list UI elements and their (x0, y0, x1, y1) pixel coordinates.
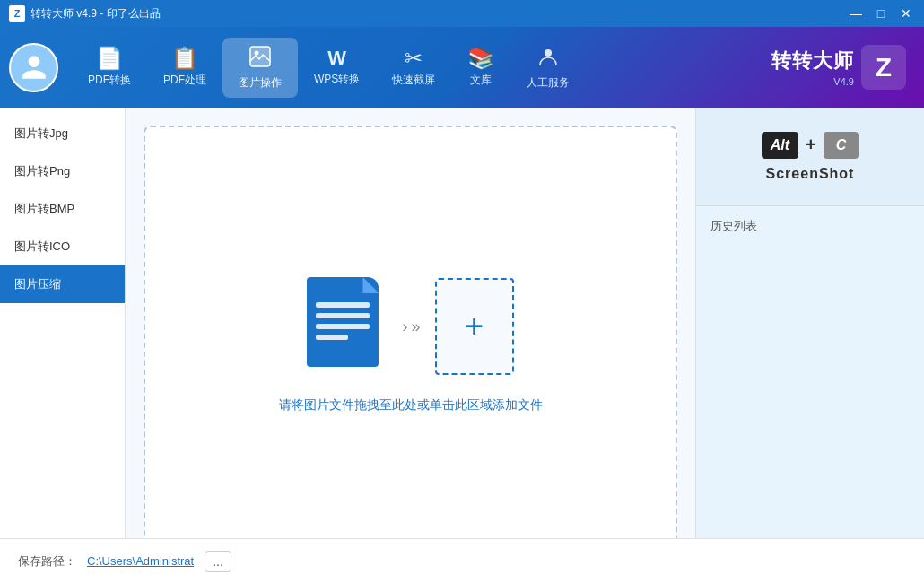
app-logo: Z (9, 5, 25, 22)
tab-manual[interactable]: 人工服务 (510, 38, 586, 98)
brand-version: V4.9 (833, 76, 854, 87)
close-button[interactable]: ✕ (897, 4, 915, 22)
brand-z-logo: Z (861, 45, 906, 90)
alt-key-badge: Alt (762, 132, 798, 159)
title-text: 转转大师 v4.9 - 印了么出品 (31, 6, 161, 22)
svg-point-2 (545, 49, 552, 57)
tab-image-op[interactable]: 图片操作 (222, 38, 298, 98)
doc-line-1 (316, 302, 370, 308)
save-path-value[interactable]: C:\Users\Administrat (87, 554, 194, 568)
save-path-label: 保存路径： (18, 553, 76, 570)
plus-icon: + (465, 310, 484, 343)
doc-line-3 (316, 324, 370, 329)
doc-body (307, 277, 379, 367)
plus-box[interactable]: + (435, 278, 514, 375)
tab-pdf-convert[interactable]: 📄 PDF转换 (72, 38, 147, 98)
drop-hint: 请将图片文件拖拽至此处或单击此区域添加文件 (279, 397, 543, 413)
screenshot-promo: Alt + C ScreenShot (696, 108, 924, 206)
screenshot-label: ScreenShot (766, 166, 855, 182)
right-panel: Alt + C ScreenShot 历史列表 (695, 108, 924, 583)
tab-pdf-process-label: PDF处理 (163, 73, 206, 88)
more-button[interactable]: ... (205, 551, 231, 572)
maximize-button[interactable]: □ (872, 4, 890, 22)
tab-pdf-process[interactable]: 📋 PDF处理 (147, 38, 222, 98)
screenshot-icon: ✂ (405, 48, 423, 69)
svg-point-1 (255, 50, 259, 55)
tab-manual-label: 人工服务 (527, 75, 570, 91)
double-chevron-right-icon: » (411, 318, 420, 336)
tab-screenshot[interactable]: ✂ 快速截屏 (376, 38, 451, 98)
drop-zone[interactable]: › » + 请将图片文件拖拽至此处或单击此区域添加文件 (144, 126, 677, 565)
tab-pdf-convert-label: PDF转换 (88, 73, 131, 88)
tab-library[interactable]: 📚 文库 (451, 38, 510, 98)
image-op-icon (248, 45, 272, 72)
pdf-process-icon: 📋 (171, 48, 198, 69)
tab-image-op-label: 图片操作 (239, 75, 282, 91)
title-bar: Z 转转大师 v4.9 - 印了么出品 — □ ✕ (0, 0, 924, 27)
shortcut-row: Alt + C (762, 132, 859, 159)
drop-zone-icons: › » + (307, 277, 513, 376)
sidebar-item-png[interactable]: 图片转Png (0, 152, 125, 190)
c-key-badge: C (824, 132, 859, 159)
doc-line-4 (316, 335, 348, 340)
bottom-bar: 保存路径： C:\Users\Administrat ... (0, 538, 924, 583)
chevron-right-icon: › (402, 318, 407, 336)
sidebar-item-bmp[interactable]: 图片转BMP (0, 190, 125, 228)
title-controls: — □ ✕ (847, 4, 915, 22)
sidebar-item-jpg[interactable]: 图片转Jpg (0, 115, 125, 152)
svg-rect-0 (250, 47, 270, 66)
manual-icon (536, 45, 560, 72)
pdf-convert-icon: 📄 (96, 48, 123, 69)
sidebar-item-ico[interactable]: 图片转ICO (0, 228, 125, 265)
history-section: 历史列表 (696, 206, 924, 245)
avatar-icon (20, 53, 48, 82)
sidebar: 图片转Jpg 图片转Png 图片转BMP 图片转ICO 图片压缩 (0, 108, 126, 583)
history-title: 历史列表 (710, 219, 757, 232)
tab-library-label: 文库 (470, 73, 492, 88)
nav-tabs: 📄 PDF转换 📋 PDF处理 图片操作 W WPS转换 ✂ (72, 38, 771, 98)
nav-bar: 📄 PDF转换 📋 PDF处理 图片操作 W WPS转换 ✂ (0, 27, 924, 108)
minimize-button[interactable]: — (847, 4, 865, 22)
main-layout: 图片转Jpg 图片转Png 图片转BMP 图片转ICO 图片压缩 (0, 108, 924, 583)
sidebar-item-compress[interactable]: 图片压缩 (0, 265, 125, 303)
library-icon: 📚 (467, 48, 494, 69)
tab-wps-convert-label: WPS转换 (314, 72, 360, 87)
arrow-icons: › » (402, 318, 420, 336)
user-avatar[interactable] (9, 43, 58, 92)
wps-convert-icon: W (327, 48, 346, 68)
brand-name: 转转大师 (771, 48, 854, 74)
doc-icon (307, 277, 388, 376)
nav-brand: 转转大师 V4.9 Z (771, 45, 915, 90)
doc-line-2 (316, 313, 370, 318)
plus-sign: + (806, 135, 816, 155)
content-area: › » + 请将图片文件拖拽至此处或单击此区域添加文件 (126, 108, 695, 583)
title-bar-left: Z 转转大师 v4.9 - 印了么出品 (9, 5, 161, 22)
tab-wps-convert[interactable]: W WPS转换 (298, 38, 376, 98)
tab-screenshot-label: 快速截屏 (392, 73, 435, 88)
